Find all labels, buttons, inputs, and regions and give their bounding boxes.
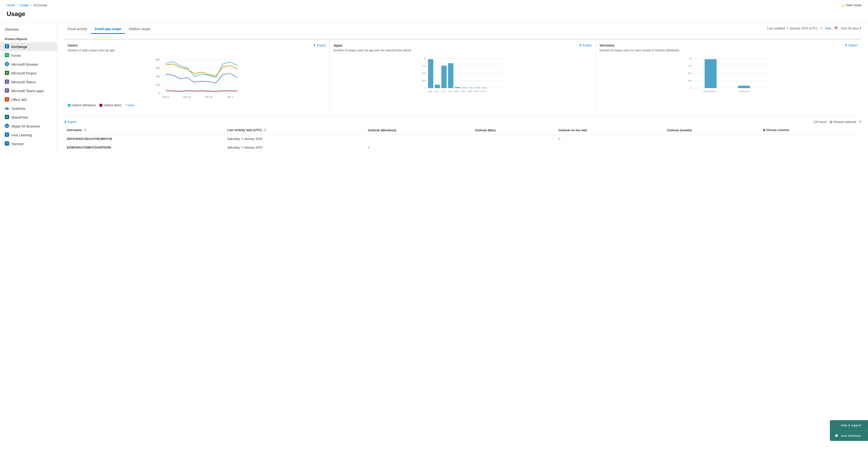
apps-chart-subtitle: Number of unique users by app over the s… [334,49,592,52]
svg-text:210: 210 [156,84,160,86]
svg-text:Outl...: Outl... [448,90,453,92]
download-icon: ⬇ [313,44,316,47]
svg-text:Dec 9: Dec 9 [163,96,169,98]
apps-download-icon: ⬇ [579,44,582,47]
browser-icon: B [5,62,9,67]
users-export-button[interactable]: ⬇ Export [313,44,326,47]
svg-text:V: V [6,134,8,136]
chevron-down-icon: ▾ [860,27,861,30]
users-chart-title: Users [68,43,78,47]
sidebar-item-label-teams-apps: Microsoft Teams apps [11,89,44,93]
users-line-chart: 840 630 420 210 0 Dec 9 Dec 18 Dec 29 Ja… [68,55,326,103]
svg-rect-51 [448,63,453,88]
tab-mailbox-usage[interactable]: Mailbox usage [125,25,154,34]
svg-text:630: 630 [156,67,160,69]
svg-rect-76 [705,59,717,88]
table-download-icon: ⬇ [64,120,66,124]
svg-text:1k: 1k [689,57,691,60]
breadcrumb-home[interactable]: Home [7,3,15,7]
table-toolbar: ⬇ Export 100 items ⊞ Choose columns ≡ [64,116,861,126]
page-title: Usage [0,10,868,23]
svg-text:IMAP...: IMAP... [468,90,473,92]
help-icon: ? [820,27,822,30]
svg-rect-50 [441,66,447,88]
office-365-icon: O [5,97,9,102]
svg-text:F: F [6,54,8,57]
sidebar-item-sharepoint[interactable]: S SharePoint [0,113,57,122]
moon-icon: 🌙 [841,3,845,7]
apps-export-button[interactable]: ⬇ Export [579,44,592,47]
svg-text:B: B [6,63,8,65]
svg-rect-56 [482,88,487,88]
onedrive-icon: OD [5,106,9,111]
svg-text:260: 260 [688,80,691,82]
svg-text:O: O [6,98,8,101]
versions-export-button[interactable]: ⬇ Export [845,44,858,47]
svg-rect-52 [455,87,460,88]
svg-text:1k: 1k [423,57,426,60]
table-row: 91DBA6ACC58B7CDA6FDD08 Saturday, 7 Janua… [64,143,861,152]
cell-outlook-mac [472,143,555,152]
svg-rect-77 [738,86,750,88]
tab-email-activity[interactable]: Email activity [64,25,91,34]
sidebar-item-yammer[interactable]: Y Yammer [0,139,57,148]
apps-bar-chart: 1k 770 510 260 0 [334,55,592,103]
sidebar-item-label-yammer: Yammer [11,142,24,146]
col-header-outlook-mac: Outlook (Mac) [472,126,555,135]
svg-text:Jan 7: Jan 7 [227,96,233,98]
sidebar-item-microsoft-teams[interactable]: T Microsoft Teams [0,78,57,86]
tab-email-app-usage[interactable]: Email app usage [91,25,125,34]
dark-mode-button[interactable]: 🌙 Dark mode [841,3,861,7]
dark-mode-label: Dark mode [846,3,861,7]
table-export-button[interactable]: ⬇ Export [64,120,76,124]
sidebar-item-viva-learning[interactable]: V Viva Learning [0,131,57,139]
col-header-outlook-windows: Outlook (Windows) [365,126,472,135]
cell-outlook-windows: √ [365,143,472,152]
sidebar-item-forms[interactable]: F Forms [0,51,57,60]
svg-rect-54 [468,88,473,88]
sidebar-item-skype-for-business[interactable]: Sk Skype for Business [0,122,57,131]
breadcrumb: Home › Usage › Exchange [7,3,48,7]
sidebar-item-microsoft-teams-apps[interactable]: T Microsoft Teams apps [0,86,57,95]
sidebar-item-office-365[interactable]: O Office 365 [0,95,57,104]
sidebar-item-label-viva: Viva Learning [11,133,32,137]
table-filter-button[interactable]: ≡ [859,120,861,124]
svg-text:Sk: Sk [6,125,8,127]
sidebar-item-label-skype: Skype for Business [11,124,40,128]
legend-outlook-mac: Outlook (Mac) [103,104,121,107]
svg-text:510: 510 [422,72,426,75]
choose-columns-button[interactable]: ⊞ Choose columns [830,120,856,124]
versions-chart-panel: Versions ⬇ Export Number of unique users… [596,39,861,111]
svg-text:Outlook (Micros...: Outlook (Micros... [703,90,718,92]
date-range-selector[interactable]: Past 30 days ▾ [841,27,861,30]
last-updated: Last updated: 7 January 2023 (UTC) [767,27,817,30]
svg-text:T: T [6,81,8,83]
exchange-icon: E [5,44,9,49]
forms-icon: F [5,53,9,58]
svg-text:Outl...: Outl... [428,90,433,92]
sidebar-overview[interactable]: Overview [0,26,57,33]
breadcrumb-usage[interactable]: Usage [20,3,29,7]
svg-text:0: 0 [425,87,426,89]
sidebar-item-exchange[interactable]: E Exchange [0,42,57,51]
apps-chart-panel: Apps ⬇ Export Number of unique users by … [330,39,596,111]
choose-columns-th[interactable]: ⊞ Choose columns [760,126,861,135]
svg-text:Mail...: Mail... [461,90,466,92]
svg-text:Dec 18: Dec 18 [183,96,191,98]
svg-text:SMTP...: SMTP... [481,90,488,92]
sidebar-item-microsoft-browser[interactable]: B Microsoft Browser [0,60,57,69]
cell-last-activity: Saturday, 7 January 2023 [224,143,365,152]
sidebar: Overview Product Reports E Exchange F Fo… [0,23,57,152]
cell-outlook-windows [365,135,472,143]
sidebar-item-label-office365: Office 365 [11,98,27,102]
svg-text:510: 510 [688,72,691,75]
sidebar-item-microsoft-project[interactable]: P Microsoft Project [0,69,57,78]
legend-more[interactable]: 7 more [125,104,134,107]
sidebar-item-onedrive[interactable]: OD OneDrive [0,104,57,113]
svg-text:Outlook 2013: Outlook 2013 [738,90,750,92]
versions-chart-title: Versions [599,43,615,47]
col-header-outlook-mobile: Outlook (mobile) [664,126,760,135]
sidebar-item-label-teams: Microsoft Teams [11,80,36,84]
sharepoint-icon: S [5,115,9,120]
help-link[interactable]: Help [825,27,831,30]
